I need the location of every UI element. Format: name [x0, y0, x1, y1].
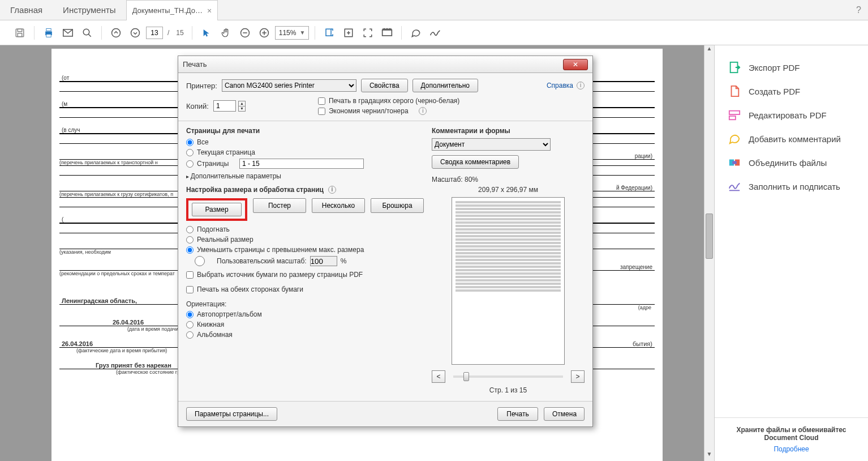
info-icon[interactable]: i	[328, 186, 336, 194]
zoom-out-icon[interactable]	[237, 24, 253, 41]
radio-all-pages[interactable]: Все	[186, 138, 424, 146]
dialog-close-button[interactable]: ✕	[563, 59, 588, 70]
zoom-select[interactable]: 115%▼	[275, 26, 310, 40]
read-mode-icon[interactable]	[379, 24, 396, 41]
print-icon[interactable]	[40, 24, 57, 41]
tab-document-label: Документы_ТН.До…	[132, 6, 203, 15]
sidebar-footer: Храните файлы и обменивайтесDocument Clo…	[715, 417, 868, 461]
radio-fit[interactable]: Подогнать	[186, 225, 424, 233]
page-sep: /	[165, 29, 171, 37]
sidebar-create-pdf[interactable]: Создать PDF	[718, 79, 865, 103]
zoom-in-icon[interactable]	[256, 24, 273, 41]
chevron-down-icon: ▼	[299, 29, 305, 36]
poster-button[interactable]: Постер	[253, 198, 306, 213]
tab-document[interactable]: Документы_ТН.До… ×	[126, 0, 218, 20]
preview-prev-button[interactable]: <	[432, 370, 445, 383]
sidebar-combine-files[interactable]: Объединить файлы	[718, 151, 865, 174]
sidebar-add-comment[interactable]: Добавить комментарий	[718, 127, 865, 151]
sign-icon[interactable]	[427, 24, 444, 41]
tab-home[interactable]: Главная	[0, 0, 53, 20]
vertical-scrollbar[interactable]: ▲ ▼	[704, 45, 714, 461]
hand-tool-icon[interactable]	[217, 24, 234, 41]
tools-sidebar: Экспорт PDF Создать PDF Редактировать PD…	[714, 45, 868, 461]
copies-input[interactable]	[213, 100, 236, 112]
svg-line-8	[88, 34, 91, 37]
sidebar-more-link[interactable]: Подробнее	[720, 445, 862, 453]
save-icon[interactable]	[11, 24, 28, 41]
properties-button[interactable]: Свойства	[361, 79, 408, 92]
search-icon[interactable]	[79, 24, 96, 41]
tab-close-icon[interactable]: ×	[207, 6, 212, 15]
more-params-expander[interactable]: Дополнительные параметры	[186, 172, 424, 180]
fit-width-icon[interactable]	[321, 24, 338, 41]
email-icon[interactable]	[59, 24, 76, 41]
comments-summary-button[interactable]: Сводка комментариев	[432, 155, 519, 169]
comment-icon[interactable]	[407, 24, 424, 41]
select-tool-icon[interactable]	[198, 24, 215, 41]
svg-point-9	[112, 28, 121, 37]
help-icon[interactable]: ?	[849, 0, 868, 20]
paper-source-checkbox[interactable]: Выбрать источник бумаги по размеру стран…	[186, 271, 424, 279]
scroll-up-icon[interactable]: ▲	[704, 45, 714, 56]
svg-rect-5	[46, 34, 51, 37]
page-dimensions: 209,97 x 296,97 мм	[432, 186, 585, 194]
fit-page-icon[interactable]	[340, 24, 357, 41]
radio-page-range[interactable]: Страницы	[186, 159, 424, 169]
page-setup-button[interactable]: Параметры страницы...	[186, 407, 277, 421]
radio-custom-scale[interactable]: Пользовательский масштаб:%	[186, 256, 424, 266]
multiple-button[interactable]: Несколько	[312, 198, 365, 213]
print-button[interactable]: Печать	[497, 407, 538, 421]
radio-portrait[interactable]: Книжная	[186, 321, 424, 328]
radio-shrink[interactable]: Уменьшить страницы с превышением макс. р…	[186, 246, 424, 254]
sidebar-fill-sign[interactable]: Заполнить и подписать	[718, 174, 865, 198]
pages-section-title: Страницы для печати	[186, 127, 424, 135]
duplex-checkbox[interactable]: Печать на обеих сторонах бумаги	[186, 285, 424, 293]
dialog-title: Печать	[183, 60, 207, 69]
radio-actual[interactable]: Реальный размер	[186, 236, 424, 244]
comments-select[interactable]: Документ	[432, 138, 551, 151]
advanced-button[interactable]: Дополнительно	[412, 79, 478, 92]
preview-slider[interactable]	[453, 375, 563, 378]
grayscale-checkbox[interactable]: Печать в градациях серого (черно-белая)	[318, 97, 459, 105]
info-icon[interactable]: i	[419, 107, 427, 115]
preview-next-button[interactable]: >	[571, 370, 585, 383]
svg-rect-25	[729, 116, 736, 119]
radio-auto-orient[interactable]: Автопортрет/альбом	[186, 310, 424, 318]
eco-checkbox[interactable]: Экономия чернил/тонера i	[318, 107, 459, 115]
scale-label: Масштаб: 80%	[432, 176, 585, 183]
booklet-button[interactable]: Брошюра	[371, 198, 424, 213]
page-up-icon[interactable]	[108, 24, 124, 41]
svg-rect-1	[18, 29, 22, 32]
copies-up[interactable]: ▲	[239, 101, 245, 106]
copies-down[interactable]: ▼	[239, 106, 245, 111]
scroll-down-icon[interactable]: ▼	[704, 451, 714, 461]
page-down-icon[interactable]	[127, 24, 144, 41]
sidebar-edit-pdf[interactable]: Редактировать PDF	[718, 103, 865, 127]
cancel-button[interactable]: Отмена	[544, 407, 585, 421]
fullscreen-icon[interactable]	[359, 24, 376, 41]
printer-select[interactable]: Canon MG2400 series Printer	[222, 79, 356, 92]
help-link[interactable]: Справка	[547, 82, 573, 89]
custom-scale-input[interactable]	[310, 256, 337, 266]
svg-rect-24	[729, 111, 740, 114]
info-icon[interactable]: i	[577, 82, 585, 89]
page-range-input[interactable]	[239, 159, 364, 169]
svg-rect-4	[46, 28, 51, 31]
tab-tools[interactable]: Инструменты	[53, 0, 126, 20]
scroll-thumb[interactable]	[706, 214, 713, 259]
slider-thumb[interactable]	[463, 372, 469, 381]
radio-landscape[interactable]: Альбомная	[186, 331, 424, 339]
svg-rect-28	[732, 161, 736, 164]
svg-rect-16	[326, 29, 331, 36]
toolbar: / 15 115%▼	[0, 20, 868, 45]
copies-label: Копий:	[186, 102, 209, 110]
printer-label: Принтер:	[186, 82, 217, 90]
tab-bar: Главная Инструменты Документы_ТН.До… × ?	[0, 0, 868, 20]
page-number-input[interactable]	[146, 27, 163, 39]
size-button[interactable]: Размер	[192, 203, 242, 216]
radio-current-page[interactable]: Текущая страница	[186, 148, 424, 156]
svg-rect-18	[383, 30, 392, 36]
sidebar-export-pdf[interactable]: Экспорт PDF	[718, 56, 865, 79]
size-highlight: Размер	[186, 198, 247, 221]
orientation-label: Ориентация:	[186, 300, 424, 308]
